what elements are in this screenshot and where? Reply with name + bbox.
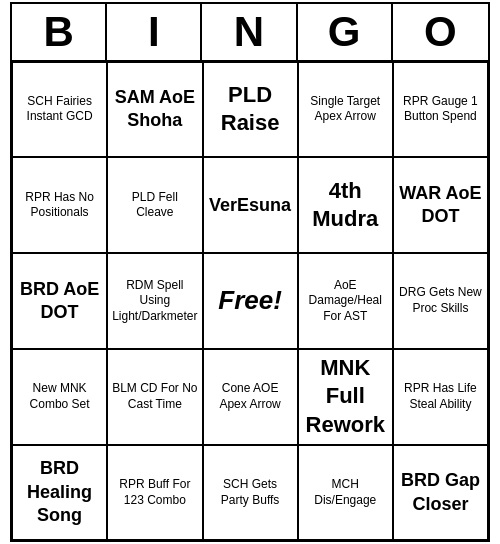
bingo-cell-23[interactable]: MCH Dis/Engage [298, 445, 393, 541]
bingo-cell-14[interactable]: DRG Gets New Proc Skills [393, 253, 488, 349]
bingo-cell-15[interactable]: New MNK Combo Set [12, 349, 107, 445]
bingo-letter-g: G [298, 4, 393, 60]
bingo-cell-3[interactable]: Single Target Apex Arrow [298, 62, 393, 158]
bingo-cell-21[interactable]: RPR Buff For 123 Combo [107, 445, 202, 541]
bingo-cell-17[interactable]: Cone AOE Apex Arrow [203, 349, 298, 445]
bingo-letter-b: B [12, 4, 107, 60]
bingo-cell-5[interactable]: RPR Has No Positionals [12, 157, 107, 253]
bingo-cell-7[interactable]: VerEsuna [203, 157, 298, 253]
bingo-cell-1[interactable]: SAM AoE Shoha [107, 62, 202, 158]
bingo-cell-4[interactable]: RPR Gauge 1 Button Spend [393, 62, 488, 158]
bingo-cell-18[interactable]: MNK Full Rework [298, 349, 393, 445]
bingo-cell-24[interactable]: BRD Gap Closer [393, 445, 488, 541]
bingo-cell-19[interactable]: RPR Has Life Steal Ability [393, 349, 488, 445]
bingo-cell-11[interactable]: RDM Spell Using Light/Darkmeter [107, 253, 202, 349]
bingo-cell-9[interactable]: WAR AoE DOT [393, 157, 488, 253]
bingo-cell-6[interactable]: PLD Fell Cleave [107, 157, 202, 253]
bingo-cell-0[interactable]: SCH Fairies Instant GCD [12, 62, 107, 158]
bingo-cell-2[interactable]: PLD Raise [203, 62, 298, 158]
bingo-grid: SCH Fairies Instant GCDSAM AoE ShohaPLD … [12, 62, 488, 541]
bingo-cell-16[interactable]: BLM CD For No Cast Time [107, 349, 202, 445]
bingo-cell-12[interactable]: Free! [203, 253, 298, 349]
bingo-header: BINGO [12, 4, 488, 62]
bingo-card: BINGO SCH Fairies Instant GCDSAM AoE Sho… [10, 2, 490, 543]
bingo-cell-13[interactable]: AoE Damage/Heal For AST [298, 253, 393, 349]
bingo-cell-8[interactable]: 4th Mudra [298, 157, 393, 253]
bingo-letter-o: O [393, 4, 488, 60]
bingo-cell-20[interactable]: BRD Healing Song [12, 445, 107, 541]
bingo-letter-i: I [107, 4, 202, 60]
bingo-letter-n: N [202, 4, 297, 60]
bingo-cell-22[interactable]: SCH Gets Party Buffs [203, 445, 298, 541]
bingo-cell-10[interactable]: BRD AoE DOT [12, 253, 107, 349]
